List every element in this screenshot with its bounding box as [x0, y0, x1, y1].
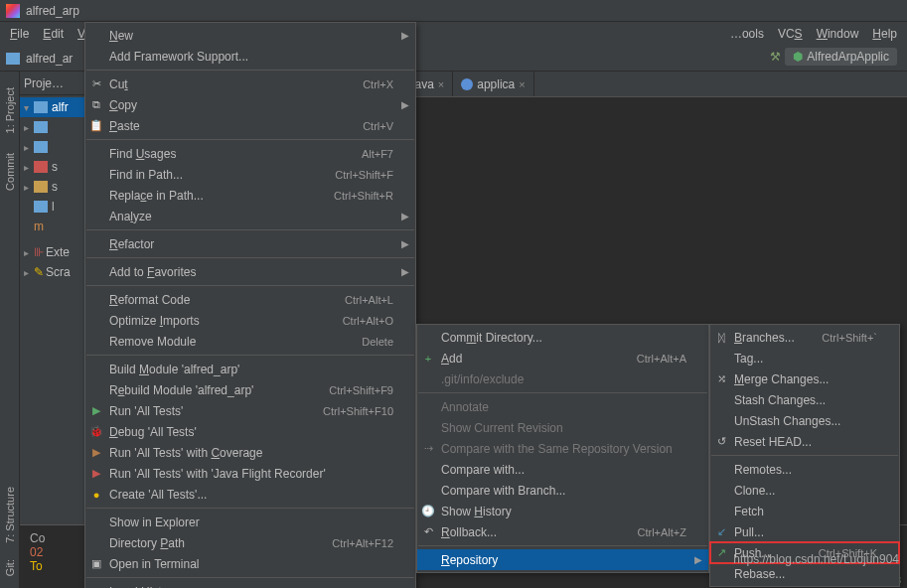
tree-node[interactable]: ▸	[20, 117, 90, 137]
menu-item[interactable]: Clone...	[710, 480, 899, 501]
menu-label: Open in Terminal	[109, 557, 200, 571]
menu-item[interactable]: Directory PathCtrl+Alt+F12	[85, 532, 415, 553]
menu-icon: ▶	[89, 404, 103, 418]
menu-item[interactable]: Analyze▶	[85, 206, 415, 226]
close-icon[interactable]: ×	[438, 78, 444, 90]
menu-label: Remotes...	[734, 463, 792, 477]
folder-icon	[6, 53, 20, 65]
menu-item[interactable]: ▶Run 'All Tests' with Coverage	[85, 442, 415, 463]
menu-label: Compare with Branch...	[441, 484, 565, 498]
menu-label: Create 'All Tests'...	[109, 488, 207, 502]
menu-label: Show Current Revision	[441, 421, 563, 435]
menu-item[interactable]: ↙Pull...	[710, 521, 899, 542]
menu-help[interactable]: Help	[866, 25, 903, 43]
tree-ext[interactable]: ▸⊪Exte	[20, 242, 90, 262]
vtab-project[interactable]: 1: Project	[3, 79, 17, 141]
menu-item[interactable]: Optimize ImportsCtrl+Alt+O	[85, 310, 415, 331]
menu-item[interactable]: Refactor▶	[85, 233, 415, 254]
menu-label: Clone...	[734, 484, 775, 498]
menu-item[interactable]: Find in Path...Ctrl+Shift+F	[85, 164, 415, 185]
hammer-icon[interactable]: ⚒	[770, 50, 781, 64]
vtab-structure[interactable]: 7: Structure	[3, 479, 17, 551]
menu-item[interactable]: Build Module 'alfred_arp'	[85, 359, 415, 379]
submenu-arrow-icon: ▶	[401, 99, 409, 110]
shortcut: Ctrl+Shift+F10	[323, 405, 393, 417]
menu-item: Annotate	[417, 396, 708, 417]
shortcut: Ctrl+Alt+A	[637, 353, 686, 365]
tree-node[interactable]: ▸s	[20, 177, 90, 197]
menu-item[interactable]: Add Framework Support...	[85, 46, 415, 67]
menu-edit[interactable]: Edit	[37, 25, 70, 43]
vtab-git[interactable]: Git:	[3, 551, 17, 584]
menu-item[interactable]: ✂CutCtrl+X	[85, 74, 415, 94]
menu-item[interactable]: UnStash Changes...	[710, 410, 899, 431]
menu-item[interactable]: ▶Run 'All Tests' with 'Java Flight Recor…	[85, 463, 415, 484]
tree-node[interactable]: l	[20, 197, 90, 217]
menu-item[interactable]: 🕘Show History	[417, 501, 708, 521]
menu-label: Commit Directory...	[441, 331, 542, 345]
menu-window[interactable]: Window	[811, 25, 865, 43]
shortcut: Ctrl+Alt+L	[345, 294, 393, 306]
submenu-arrow-icon: ▶	[694, 554, 702, 565]
menu-item[interactable]: ⤮Merge Changes...	[710, 368, 899, 389]
shortcut: Delete	[362, 336, 393, 348]
menu-icon: ↙	[714, 525, 728, 539]
menu-item[interactable]: Repository▶	[417, 549, 708, 570]
menu-item[interactable]: Local History▶	[85, 581, 415, 588]
menu-label: Rebase...	[734, 567, 785, 581]
menu-label: Compare with the Same Repository Version	[441, 442, 673, 456]
menu-item[interactable]: ᛞBranches...Ctrl+Shift+`	[710, 327, 899, 348]
tree-node[interactable]: m	[20, 217, 90, 236]
menu-label: Branches...	[734, 331, 795, 345]
menu-item[interactable]: Compare with...	[417, 459, 708, 480]
menu-label: Rollback...	[441, 525, 497, 539]
menu-item[interactable]: ●Create 'All Tests'...	[85, 484, 415, 505]
project-tool-header[interactable]: Proje…	[24, 76, 64, 90]
menu-item[interactable]: Remove ModuleDelete	[85, 331, 415, 352]
menu-icon: ↺	[714, 435, 728, 449]
menu-tools[interactable]: …ools	[724, 25, 770, 43]
tree-scratch[interactable]: ▸✎Scra	[20, 262, 90, 282]
menu-label: Repository	[441, 553, 498, 567]
menu-item[interactable]: Find UsagesAlt+F7	[85, 143, 415, 164]
menu-item[interactable]: ▣Open in Terminal	[85, 553, 415, 574]
menu-item[interactable]: ↺Reset HEAD...	[710, 431, 899, 452]
menu-item[interactable]: 📋PasteCtrl+V	[85, 115, 415, 136]
menu-item[interactable]: ↶Rollback...Ctrl+Alt+Z	[417, 521, 708, 542]
menu-item[interactable]: New▶	[85, 25, 415, 46]
menu-item[interactable]: 🐞Debug 'All Tests'	[85, 421, 415, 442]
menu-label: Show in Explorer	[109, 515, 200, 529]
menu-item[interactable]: Rebase...	[710, 563, 899, 584]
close-icon[interactable]: ×	[519, 78, 525, 90]
menu-item[interactable]: Remotes...	[710, 459, 899, 480]
menu-icon: +	[421, 352, 435, 366]
menu-item[interactable]: Reformat CodeCtrl+Alt+L	[85, 289, 415, 310]
menu-label: Rebuild Module 'alfred_arp'	[109, 383, 253, 397]
menu-file[interactable]: File	[4, 25, 35, 43]
menu-icon: ↶	[421, 525, 435, 539]
menu-item[interactable]: Add to Favorites▶	[85, 261, 415, 282]
tree-node[interactable]: ▸	[20, 137, 90, 157]
tree-node[interactable]: ▸s	[20, 157, 90, 177]
shortcut: Alt+F7	[362, 148, 393, 160]
run-config[interactable]: ⬢ AlfredArpApplic	[785, 48, 897, 66]
vtab-commit[interactable]: Commit	[3, 145, 17, 199]
menu-item[interactable]: Show in Explorer	[85, 512, 415, 532]
ide-icon	[6, 4, 20, 18]
menu-item[interactable]: Rebuild Module 'alfred_arp'Ctrl+Shift+F9	[85, 379, 415, 400]
menu-item[interactable]: Compare with Branch...	[417, 480, 708, 501]
breadcrumb[interactable]: alfred_ar	[26, 52, 73, 66]
menu-item[interactable]: Replace in Path...Ctrl+Shift+R	[85, 185, 415, 206]
menu-item[interactable]: Stash Changes...	[710, 389, 899, 410]
menu-item[interactable]: ⧉Copy▶	[85, 94, 415, 115]
menu-item[interactable]: ▶Run 'All Tests'Ctrl+Shift+F10	[85, 400, 415, 421]
tree-root[interactable]: ▾alfr	[20, 97, 90, 117]
menu-item[interactable]: Tag...	[710, 348, 899, 368]
menu-item[interactable]: Commit Directory...	[417, 327, 708, 348]
shortcut: Ctrl+V	[363, 120, 393, 132]
menu-item[interactable]: +AddCtrl+Alt+A	[417, 348, 708, 368]
menu-label: Add	[441, 352, 462, 366]
menu-vcs[interactable]: VCS	[772, 25, 809, 43]
menu-item[interactable]: Fetch	[710, 501, 899, 521]
editor-tab[interactable]: applica×	[453, 72, 533, 96]
